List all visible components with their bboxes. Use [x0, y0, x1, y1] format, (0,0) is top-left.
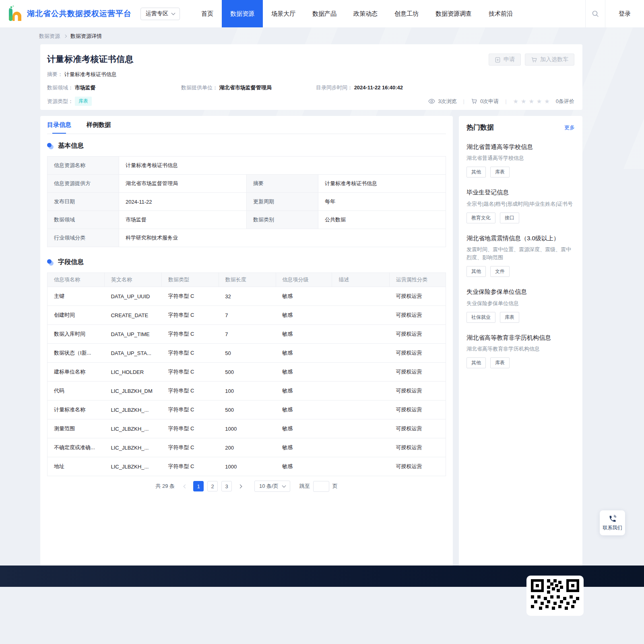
table-row: 计量标准名称 LIC_JLBZKH_... 字符串型 C 500 敏感 可授权运… [47, 400, 446, 419]
cell-value: 湖北省市场监督管理局 [119, 175, 247, 193]
login-button[interactable]: 登录 [605, 0, 644, 27]
page-size-value: 10 条/页 [259, 483, 279, 490]
data-provider-label: 数据提供单位： [181, 85, 218, 91]
table-row: 主键 DATA_UP_UUID 字符串型 C 32 敏感 可授权运营 [47, 287, 446, 306]
cell-english-name: LIC_JLBZKH_... [104, 457, 161, 476]
nav-item-policy-news[interactable]: 政策动态 [345, 0, 386, 27]
cell-classification: 敏感 [276, 400, 332, 419]
contact-us-button[interactable]: 联系我们 [600, 510, 625, 535]
page-button-3[interactable]: 3 [221, 481, 232, 491]
tab-catalog-info[interactable]: 目录信息 [47, 116, 71, 134]
cell-operation-attr: 可授权运营 [390, 325, 446, 344]
cell-value: 市场监督 [119, 211, 247, 229]
cell-description [332, 457, 390, 476]
field-info-section-header: 字段信息 [47, 258, 446, 266]
apply-button[interactable]: 申请 [489, 54, 521, 66]
apply-form-icon [495, 57, 501, 63]
table-row: 不确定度或准确... LIC_JLBZKH_... 字符串型 C 200 敏感 … [47, 438, 446, 457]
hot-item-tag: 其他 [466, 266, 486, 277]
cell-field-name: 地址 [47, 457, 105, 476]
nav-item-creative-workshop[interactable]: 创意工坊 [386, 0, 427, 27]
section-dot-icon [47, 143, 54, 149]
cell-data-type: 字符串型 C [161, 287, 219, 306]
cell-classification: 敏感 [276, 419, 332, 438]
resource-bottom-row: 资源类型： 库表 3次浏览 | 0次申请 | [47, 97, 574, 106]
page-size-select[interactable]: 10 条/页 [254, 481, 290, 492]
jump-page-input[interactable] [313, 481, 329, 492]
nav-item-home[interactable]: 首页 [193, 0, 222, 27]
cell-english-name: CREATE_DATE [104, 306, 161, 325]
cell-label: 信息资源提供方 [47, 175, 119, 193]
cell-data-length: 7 [219, 325, 276, 344]
cell-english-name: DATA_UP_UUID [104, 287, 161, 306]
add-to-cart-button[interactable]: 加入选数车 [525, 54, 574, 66]
cell-classification: 敏感 [276, 438, 332, 457]
table-row: 信息资源提供方 湖北省市场监督管理局 摘要 计量标准考核证书信息 [47, 175, 446, 193]
nav-item-data-resources[interactable]: 数据资源 [222, 0, 263, 27]
cell-english-name: DATA_UP_TIME [104, 325, 161, 344]
col-english-name: 英文名称 [104, 273, 161, 287]
data-domain-value: 市场监督 [75, 85, 96, 91]
cell-classification: 敏感 [276, 344, 332, 363]
nav-item-data-products[interactable]: 数据产品 [304, 0, 345, 27]
stats-divider: | [505, 98, 506, 104]
hot-data-more-link[interactable]: 更多 [564, 124, 575, 131]
cell-label: 发布日期 [47, 193, 119, 211]
hot-item-title[interactable]: 失业保险参保单位信息 [466, 288, 575, 296]
stats-divider: | [463, 98, 464, 104]
hot-item-title[interactable]: 湖北省普通高等学校信息 [466, 143, 575, 151]
cell-operation-attr: 可授权运营 [390, 344, 446, 363]
nav-item-tech-frontier[interactable]: 技术前沿 [480, 0, 521, 27]
pagination: 共 29 条 1 2 3 10 条/页 跳至 页 [47, 476, 446, 496]
cell-data-type: 字符串型 C [161, 344, 219, 363]
table-header-row: 信息项名称 英文名称 数据类型 数据长度 信息项分级 描述 运营属性分类 [47, 273, 446, 287]
cell-description [332, 344, 390, 363]
search-button[interactable] [585, 0, 605, 27]
cell-label: 行业领域分类 [47, 229, 119, 247]
nav-item-scene-hall[interactable]: 场景大厅 [263, 0, 304, 27]
cell-operation-attr: 可授权运营 [390, 306, 446, 325]
hot-item-title[interactable]: 湖北省高等教育非学历机构信息 [466, 334, 575, 342]
col-operation-attr: 运营属性分类 [390, 273, 446, 287]
hot-item-title[interactable]: 毕业生登记信息 [466, 188, 575, 196]
cell-data-type: 字符串型 C [161, 325, 219, 344]
table-row: 数据入库时间 DATA_UP_TIME 字符串型 C 7 敏感 可授权运营 [47, 325, 446, 344]
col-data-length: 数据长度 [219, 273, 276, 287]
col-field-name: 信息项名称 [47, 273, 105, 287]
hot-data-title: 热门数据 [466, 123, 494, 132]
cell-english-name: LIC_HOLDER [104, 363, 161, 382]
breadcrumb-data-resources[interactable]: 数据资源 [39, 33, 60, 40]
cell-data-type: 字符串型 C [161, 438, 219, 457]
hot-item-desc: 全宗号|题名|档号|形成时间|毕业生姓名|证书号 [466, 200, 575, 208]
cell-description [332, 325, 390, 344]
col-data-type: 数据类型 [161, 273, 219, 287]
field-info-title: 字段信息 [58, 258, 84, 266]
tab-sample-data[interactable]: 样例数据 [87, 116, 111, 134]
basic-info-section-header: 基本信息 [47, 142, 446, 150]
section-dot-icon [47, 259, 54, 266]
page-button-1[interactable]: 1 [193, 481, 204, 491]
summary-label: 摘要： [47, 71, 63, 77]
platform-logo[interactable]: 湖北省公共数据授权运营平台 [6, 4, 132, 23]
cell-english-name: LIC_JLBZKH_DM [104, 382, 161, 400]
zone-selector-button[interactable]: 运营专区 [140, 8, 180, 20]
jump-unit: 页 [332, 483, 338, 490]
cell-value: 计量标准考核证书信息 [119, 157, 446, 175]
views-count: 3次浏览 [438, 98, 456, 105]
resource-type-tag: 库表 [75, 97, 92, 106]
cell-operation-attr: 可授权运营 [390, 287, 446, 306]
cell-data-length: 100 [219, 382, 276, 400]
resource-header-card: 计量标准考核证书信息 申请 [40, 44, 582, 110]
nav-item-data-survey[interactable]: 数据资源调查 [427, 0, 480, 27]
cell-operation-attr: 可授权运营 [390, 438, 446, 457]
hot-item-title[interactable]: 湖北省地震震情信息（3.0级以上） [466, 234, 575, 242]
cell-data-type: 字符串型 C [161, 457, 219, 476]
cell-field-name: 主键 [47, 287, 105, 306]
page-button-2[interactable]: 2 [207, 481, 218, 491]
search-icon [592, 10, 599, 17]
cell-english-name: DATA_UP_STA... [104, 344, 161, 363]
prev-page-button[interactable] [181, 481, 190, 491]
zone-selector-label: 运营专区 [146, 10, 168, 17]
next-page-button[interactable] [235, 481, 244, 491]
top-navigation-bar: 湖北省公共数据授权运营平台 运营专区 首页 数据资源 场景大厅 数据产品 政策动… [0, 0, 644, 27]
